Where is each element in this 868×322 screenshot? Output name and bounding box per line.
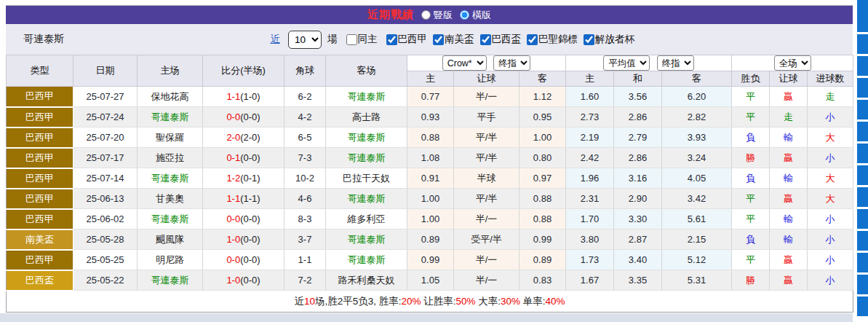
away-team: 巴拉干天奴	[326, 168, 407, 189]
same-home-checkbox[interactable]	[346, 34, 357, 45]
league-filters: 巴西甲南美盃巴西盃巴聖錦標解放者杯	[381, 33, 635, 46]
odds-company-select[interactable]: Crow*	[442, 55, 487, 71]
side-button-13[interactable]	[857, 297, 868, 316]
subcol-result-goals: 进球数	[808, 71, 853, 87]
league-filter-checkbox-1[interactable]	[433, 34, 444, 45]
recent-link[interactable]: 近	[271, 33, 281, 46]
home-team: 哥連泰斯	[138, 107, 203, 127]
league-badge: 巴西甲	[7, 168, 73, 189]
league-filter-checkbox-3[interactable]	[527, 34, 538, 45]
side-button-4[interactable]	[857, 100, 868, 119]
side-button-1[interactable]	[857, 34, 868, 54]
away-team: 哥連泰斯	[326, 87, 407, 107]
side-button-12[interactable]	[857, 275, 868, 294]
side-button-10[interactable]	[857, 231, 868, 251]
side-button-11[interactable]	[857, 253, 868, 272]
odds-group-header: Crow* 终指	[407, 55, 566, 71]
avg-home-value: 1.70	[566, 209, 614, 229]
avg-home-value: 2.31	[566, 189, 614, 209]
scope-select[interactable]: 全场	[774, 55, 811, 71]
match-row: 巴西甲 25-07-20 聖保羅 2-0(2-0) 6-5 哥連泰斯 0.88 …	[7, 127, 853, 148]
side-button-2[interactable]	[857, 56, 868, 76]
match-row: 巴西甲 25-05-25 明尼路 0-0(0-0) 1-1 哥連泰斯 0.99 …	[7, 250, 853, 270]
league-filter-label-2: 巴西盃	[492, 33, 522, 46]
match-date: 25-07-27	[73, 87, 138, 107]
odds-handicap-value: 半球	[454, 168, 519, 189]
result-handicap-value: 贏	[770, 189, 808, 209]
league-filter-checkbox-4[interactable]	[584, 34, 594, 45]
layout-option-vertical[interactable]: 豎版	[421, 9, 453, 22]
same-home-filter[interactable]: 同主	[341, 33, 378, 46]
odds-handicap-value: 受平/半	[454, 229, 519, 250]
result-group-header: 全场	[732, 55, 853, 71]
league-filter-checkbox-0[interactable]	[386, 34, 397, 45]
odds-home-value: 1.00	[407, 209, 454, 229]
result-goals-value: 大	[808, 127, 853, 148]
away-team: 哥連泰斯	[326, 189, 407, 209]
side-button-5[interactable]	[857, 122, 868, 141]
side-button-6[interactable]	[857, 144, 868, 163]
league-filter-4[interactable]: 解放者杯	[578, 33, 634, 46]
layout-option-horizontal[interactable]: 橫版	[460, 9, 491, 22]
score-cell: 0-0(0-0)	[203, 209, 284, 229]
league-filter-checkbox-2[interactable]	[480, 34, 491, 45]
league-filter-0[interactable]: 巴西甲	[381, 33, 428, 46]
result-handicap-value: 輸	[770, 209, 808, 229]
summary-part-0: 近	[294, 296, 304, 307]
avg-draw-value: 2.86	[614, 107, 662, 127]
same-home-label: 同主	[358, 33, 378, 46]
col-header-score: 比分(半场)	[203, 55, 284, 87]
league-filter-label-4: 解放者杯	[595, 33, 634, 46]
result-handicap-value: 贏	[770, 270, 808, 291]
subcol-odds-home: 主	[407, 71, 454, 87]
home-team: 甘美奧	[138, 189, 203, 209]
avg-draw-value: 3.40	[614, 250, 662, 270]
filter-controls: 近 10 場 同主 巴西甲南美盃巴西盃巴聖錦標解放者杯	[271, 31, 635, 49]
avg-draw-value: 2.90	[614, 189, 662, 209]
subcol-result-handicap: 让球	[770, 71, 808, 87]
league-badge: 巴西盃	[7, 270, 73, 291]
filter-bar: 哥連泰斯 近 10 場 同主 巴西甲南美盃巴西盃巴聖錦標解放者杯	[6, 24, 853, 55]
summary-part-9: 40%	[546, 296, 565, 307]
avg-type-select[interactable]: 平均值	[603, 55, 650, 71]
league-badge: 巴西甲	[7, 148, 73, 168]
odds-time-select[interactable]: 终指	[493, 55, 530, 71]
avg-home-value: 2.42	[566, 148, 614, 168]
home-team: 哥連泰斯	[138, 209, 203, 229]
league-badge: 巴西甲	[7, 189, 73, 209]
corner-count: 8-3	[284, 209, 326, 229]
odds-away-value: 0.83	[519, 270, 566, 291]
corner-count: 7-2	[284, 270, 326, 291]
odds-home-value: 0.93	[407, 107, 454, 127]
side-button-0[interactable]	[857, 0, 868, 32]
side-button-9[interactable]	[857, 209, 868, 229]
side-toolbar	[857, 0, 868, 322]
match-count-select[interactable]: 10	[288, 31, 322, 49]
score-cell: 0-0(0-0)	[203, 107, 284, 127]
col-header-date: 日期	[73, 55, 138, 87]
halftime-score: (1-1)	[240, 193, 260, 204]
vertical-layout-label: 豎版	[434, 9, 453, 22]
side-button-8[interactable]	[857, 187, 868, 207]
result-goals-value: 小	[808, 270, 853, 291]
avg-draw-value: 2.79	[614, 127, 662, 148]
corner-count: 4-6	[284, 189, 326, 209]
league-filter-1[interactable]: 南美盃	[427, 33, 474, 46]
odds-home-value: 1.08	[407, 148, 454, 168]
subcol-avg-home: 主	[566, 71, 614, 87]
league-filter-2[interactable]: 巴西盃	[474, 33, 522, 46]
avg-time-select[interactable]: 终指	[657, 55, 694, 71]
odds-away-value: 0.80	[519, 148, 566, 168]
fulltime-score: 1-1	[226, 91, 240, 102]
side-button-3[interactable]	[857, 78, 868, 98]
horizontal-layout-radio[interactable]	[460, 10, 469, 20]
summary-part-6: 大率:	[476, 296, 501, 307]
halftime-score: (0-0)	[240, 275, 260, 286]
away-team: 哥連泰斯	[326, 148, 407, 168]
odds-away-value: 0.95	[519, 107, 566, 127]
vertical-layout-radio[interactable]	[421, 10, 431, 20]
league-filter-3[interactable]: 巴聖錦標	[521, 33, 578, 46]
odds-away-value: 1.00	[519, 127, 566, 148]
score-cell: 1-0(0-0)	[203, 270, 284, 291]
side-button-7[interactable]	[857, 165, 868, 185]
